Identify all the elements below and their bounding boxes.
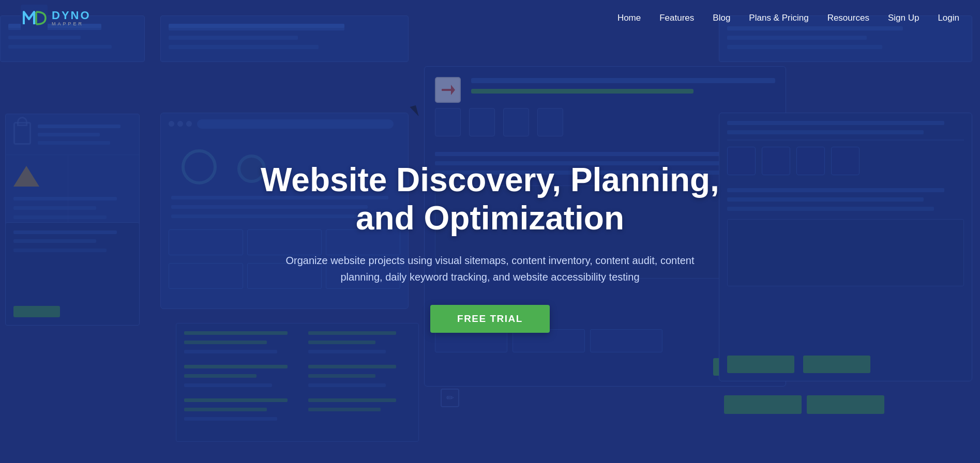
logo-icon bbox=[21, 5, 48, 32]
navigation: DYNO MAPPER Home Features Blog Plans & P… bbox=[0, 0, 980, 36]
nav-link-signup[interactable]: Sign Up bbox=[888, 13, 919, 23]
nav-link-plans[interactable]: Plans & Pricing bbox=[749, 13, 808, 23]
hero-title: Website Discovery, Planning, and Optimiz… bbox=[258, 161, 723, 237]
logo[interactable]: DYNO MAPPER bbox=[21, 5, 91, 32]
nav-link-home[interactable]: Home bbox=[617, 13, 641, 23]
nav-link-login[interactable]: Login bbox=[938, 13, 959, 23]
logo-name-bottom: MAPPER bbox=[52, 22, 91, 27]
logo-name-top: DYNO bbox=[52, 9, 91, 22]
hero-subtitle: Organize website projects using visual s… bbox=[278, 252, 702, 285]
nav-links: Home Features Blog Plans & Pricing Resou… bbox=[617, 13, 959, 23]
logo-text-block: DYNO MAPPER bbox=[52, 9, 91, 27]
free-trial-button[interactable]: FREE TRIAL bbox=[430, 305, 550, 333]
nav-link-features[interactable]: Features bbox=[659, 13, 694, 23]
nav-link-resources[interactable]: Resources bbox=[827, 13, 869, 23]
nav-link-blog[interactable]: Blog bbox=[713, 13, 730, 23]
hero-section: Website Discovery, Planning, and Optimiz… bbox=[0, 16, 980, 463]
